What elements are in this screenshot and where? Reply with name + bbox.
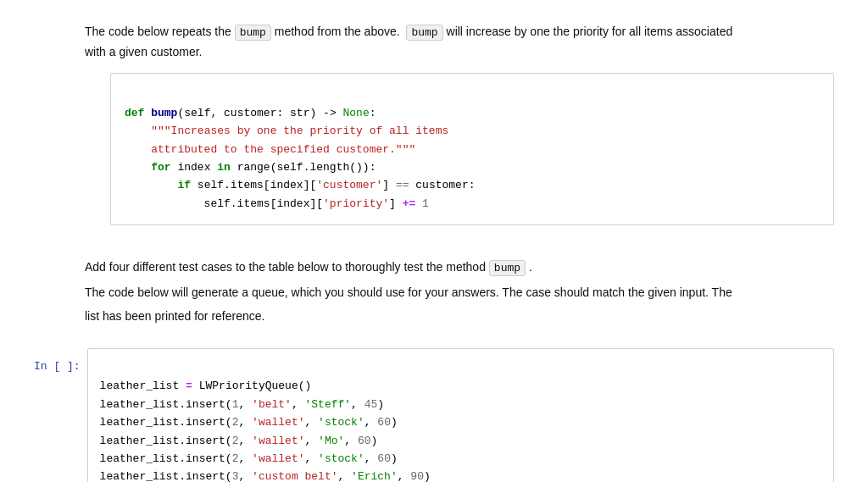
prose-paragraph-4: list has been printed for reference. bbox=[85, 307, 834, 325]
page-wrapper: The code below repeats the bump method f… bbox=[0, 0, 868, 482]
cell-label: In [ ]: bbox=[34, 348, 87, 373]
prose-paragraph-1: The code below repeats the bump method f… bbox=[85, 22, 834, 61]
cell-code[interactable]: leather_list = LWPriorityQueue() leather… bbox=[87, 348, 834, 482]
prose-paragraph-2: Add four different test cases to the tab… bbox=[85, 258, 834, 278]
bump-inline-2: bump bbox=[406, 25, 442, 41]
notebook-cell: In [ ]: leather_list = LWPriorityQueue()… bbox=[34, 348, 834, 482]
bump-inline-3: bump bbox=[489, 260, 526, 276]
code-block-1: def bump(self, customer: str) -> None: "… bbox=[110, 73, 834, 225]
bump-inline-1: bump bbox=[235, 25, 271, 41]
prose-paragraph-3: The code below will generate a queue, wh… bbox=[85, 283, 834, 302]
prose-section-1: The code below repeats the bump method f… bbox=[34, 14, 834, 234]
prose-section-2: Add four different test cases to the tab… bbox=[34, 249, 834, 340]
